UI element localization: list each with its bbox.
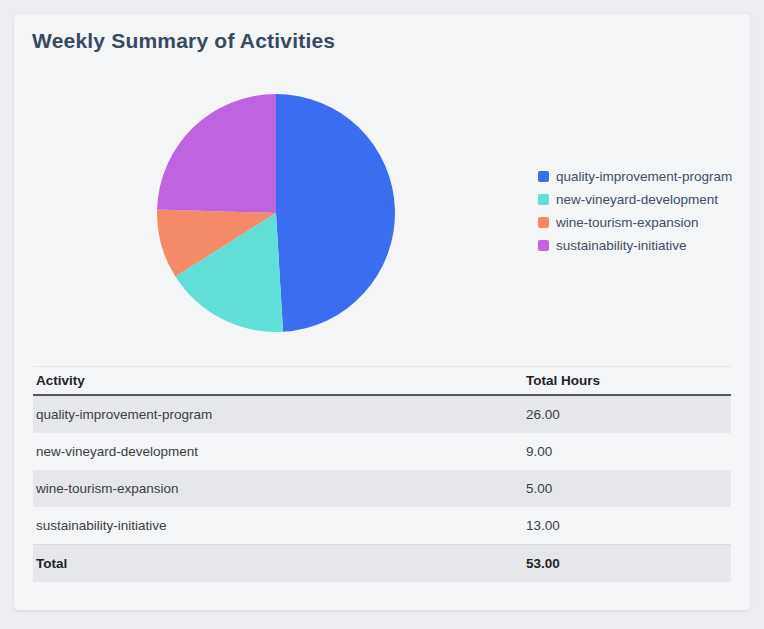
hours-cell: 26.00 xyxy=(523,395,731,433)
legend-swatch-icon xyxy=(538,171,549,182)
table-total-row: Total 53.00 xyxy=(33,545,731,583)
activities-table: Activity Total Hours quality-improvement… xyxy=(33,366,731,582)
hours-cell: 5.00 xyxy=(523,470,731,507)
summary-card: Weekly Summary of Activities quality-imp… xyxy=(14,14,750,610)
column-header-total-hours: Total Hours xyxy=(523,367,731,396)
legend-label: new-vineyard-development xyxy=(556,192,718,207)
hours-cell: 9.00 xyxy=(523,433,731,470)
table-row: new-vineyard-development 9.00 xyxy=(33,433,731,470)
legend-swatch-icon xyxy=(538,217,549,228)
table-row: wine-tourism-expansion 5.00 xyxy=(33,470,731,507)
activity-cell: quality-improvement-program xyxy=(33,395,523,433)
pie-slice-sustainability-initiative[interactable] xyxy=(157,94,276,213)
table-header-row: Activity Total Hours xyxy=(33,367,731,396)
activity-cell: wine-tourism-expansion xyxy=(33,470,523,507)
page-title: Weekly Summary of Activities xyxy=(32,29,335,53)
pie-slice-quality-improvement-program[interactable] xyxy=(276,94,395,332)
legend-swatch-icon xyxy=(538,194,549,205)
legend-label: sustainability-initiative xyxy=(556,238,687,253)
total-hours-cell: 53.00 xyxy=(523,545,731,583)
column-header-activity: Activity xyxy=(33,367,523,396)
legend-item-new-vineyard-development[interactable]: new-vineyard-development xyxy=(538,188,732,211)
total-label-cell: Total xyxy=(33,545,523,583)
activity-cell: sustainability-initiative xyxy=(33,507,523,545)
legend-label: wine-tourism-expansion xyxy=(556,215,699,230)
hours-cell: 13.00 xyxy=(523,507,731,545)
legend-item-wine-tourism-expansion[interactable]: wine-tourism-expansion xyxy=(538,211,732,234)
legend-item-sustainability-initiative[interactable]: sustainability-initiative xyxy=(538,234,732,257)
legend-item-quality-improvement-program[interactable]: quality-improvement-program xyxy=(538,165,732,188)
table-row: quality-improvement-program 26.00 xyxy=(33,395,731,433)
chart-legend: quality-improvement-program new-vineyard… xyxy=(538,165,732,257)
activity-cell: new-vineyard-development xyxy=(33,433,523,470)
legend-label: quality-improvement-program xyxy=(556,169,732,184)
pie-chart[interactable] xyxy=(156,93,396,333)
legend-swatch-icon xyxy=(538,240,549,251)
table-row: sustainability-initiative 13.00 xyxy=(33,507,731,545)
